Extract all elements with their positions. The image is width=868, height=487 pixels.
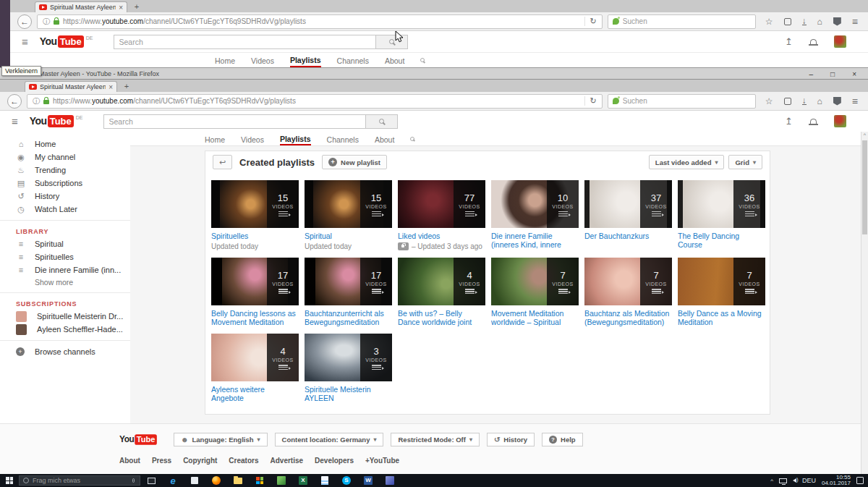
youtube-search-input[interactable] (103, 114, 365, 129)
playlist-thumbnail[interactable]: 37VIDEOS (584, 180, 672, 228)
pocket-icon[interactable] (784, 98, 791, 105)
channel-search-icon[interactable] (420, 58, 425, 62)
sort-dropdown[interactable]: Last video added ▾ (649, 155, 725, 169)
start-button[interactable] (0, 474, 19, 487)
browse-channels-link[interactable]: +Browse channels (0, 345, 130, 358)
pocket-icon[interactable] (784, 18, 791, 25)
upload-icon[interactable]: ↥ (785, 116, 793, 127)
download-icon[interactable]: ↓ (802, 97, 807, 105)
browser-search-input[interactable] (623, 17, 751, 25)
address-bar[interactable]: ⓘ https://www.youtube.com/channel/UCtw6Y… (27, 94, 603, 109)
new-tab-button[interactable]: + (127, 2, 146, 12)
footer-link-youtube[interactable]: +YouTube (365, 457, 399, 465)
playlist-title-link[interactable]: Belly Dancing lessons as Movement Medita… (211, 309, 299, 326)
playlist-thumbnail[interactable]: 36VIDEOS (678, 180, 765, 228)
network-icon[interactable] (779, 478, 787, 483)
taskbar-task-view-icon[interactable] (140, 474, 162, 487)
taskbar-firefox-icon[interactable] (205, 474, 227, 487)
keyboard-language[interactable]: DEU (802, 477, 816, 484)
browser-search-input[interactable] (623, 97, 751, 105)
tab-close-icon[interactable]: × (119, 4, 123, 12)
youtube-logo[interactable]: YouTubeDE (30, 115, 83, 127)
playlist-title-link[interactable]: Spiritual (305, 232, 392, 240)
playlist-thumbnail[interactable]: 7VIDEOS (491, 258, 579, 305)
sidebar-item-home[interactable]: ⌂Home (0, 137, 130, 151)
browser-search-field[interactable] (608, 94, 756, 109)
tray-expand-icon[interactable]: ^ (770, 478, 773, 484)
channel-tab-playlists[interactable]: Playlists (280, 132, 311, 145)
footer-button-content-location-germany[interactable]: Content location: Germany▾ (275, 433, 384, 446)
footer-button-help[interactable]: ?Help (542, 433, 583, 446)
page-scrollbar[interactable]: ^ (861, 132, 868, 474)
sidebar-item-trending[interactable]: ♨Trending (0, 164, 130, 177)
channel-tab-about[interactable]: About (375, 132, 394, 145)
footer-link-developers[interactable]: Developers (315, 457, 354, 465)
volume-icon[interactable] (793, 478, 796, 483)
browser-search-field[interactable] (608, 14, 756, 29)
sidebar-playlist-die-innere-familie-inn[interactable]: ≡Die innere Familie (inn... (0, 263, 130, 276)
tab-close-icon[interactable]: × (109, 83, 113, 91)
playlist-title-link[interactable]: Be with us? – Belly Dance worldwide join… (398, 309, 485, 326)
guide-hamburger-icon[interactable]: ≡ (22, 35, 28, 48)
taskbar-excel-icon[interactable]: X (292, 474, 314, 487)
reload-icon[interactable]: ↻ (584, 96, 597, 106)
bookmark-star-icon[interactable]: ☆ (765, 97, 773, 106)
youtube-logo[interactable]: YouTubeDE (40, 35, 93, 48)
page-info-icon[interactable]: ⓘ (43, 17, 50, 27)
channel-tab-channels[interactable]: Channels (337, 53, 369, 67)
playlist-title-link[interactable]: The Belly Dancing Course (678, 232, 765, 249)
guide-hamburger-icon[interactable]: ≡ (12, 115, 18, 127)
playlist-thumbnail[interactable]: 15VIDEOS (305, 180, 392, 228)
sidebar-item-my-channel[interactable]: ◉My channel (0, 151, 130, 164)
download-icon[interactable]: ↓ (802, 17, 807, 25)
taskbar-apps-icon[interactable] (249, 474, 271, 487)
taskbar-store-icon[interactable] (184, 474, 205, 487)
https-lock-icon[interactable] (43, 100, 49, 104)
channel-tab-channels[interactable]: Channels (327, 132, 359, 145)
channel-tab-home[interactable]: Home (215, 53, 235, 67)
channel-tab-playlists[interactable]: Playlists (290, 53, 321, 67)
menu-icon[interactable]: ≡ (852, 17, 858, 26)
menu-icon[interactable]: ≡ (852, 97, 858, 106)
https-lock-icon[interactable] (54, 20, 59, 25)
page-info-icon[interactable]: ⓘ (33, 96, 40, 106)
address-bar[interactable]: ⓘ https://www.youtube.com/channel/UCtw6Y… (37, 14, 603, 29)
channel-tab-videos[interactable]: Videos (241, 132, 264, 145)
playlist-title-link[interactable]: Liked videos (398, 232, 485, 240)
maximize-button[interactable]: □ (830, 70, 835, 78)
playlist-thumbnail[interactable]: 17VIDEOS (305, 258, 392, 305)
footer-youtube-logo[interactable]: YouTube (119, 434, 157, 444)
playlist-thumbnail[interactable]: 7VIDEOS (584, 258, 672, 305)
taskbar-word-icon[interactable]: W (357, 474, 379, 487)
cortana-search-input[interactable] (33, 477, 129, 484)
microphone-icon[interactable] (132, 478, 135, 483)
footer-button-restricted-mode-off[interactable]: Restricted Mode: Off▾ (391, 433, 479, 446)
footer-link-press[interactable]: Press (152, 457, 171, 465)
sidebar-playlist-spiritual[interactable]: ≡Spiritual (0, 237, 130, 250)
footer-link-about[interactable]: About (119, 457, 140, 465)
shield-icon[interactable] (833, 97, 841, 106)
account-avatar[interactable] (834, 35, 846, 48)
reload-icon[interactable]: ↻ (584, 17, 597, 26)
sidebar-item-history[interactable]: ↺History (0, 190, 130, 203)
upload-icon[interactable]: ↥ (785, 36, 793, 47)
playlist-thumbnail[interactable]: 15VIDEOS (211, 180, 299, 228)
notifications-bell-icon[interactable] (810, 119, 817, 124)
taskbar-skype-icon[interactable]: S (336, 474, 357, 487)
bookmark-star-icon[interactable]: ☆ (765, 17, 773, 26)
sidebar-playlist-spirituelles[interactable]: ≡Spirituelles (0, 250, 130, 263)
playlist-title-link[interactable]: Der Bauchtanzkurs (584, 232, 672, 240)
playlist-thumbnail[interactable]: 4VIDEOS (398, 258, 485, 305)
playlist-title-link[interactable]: Spirituelles (211, 232, 299, 240)
taskbar-file-explorer-icon[interactable] (227, 474, 249, 487)
channel-tab-about[interactable]: About (385, 53, 404, 67)
playlist-title-link[interactable]: Die innere Familie (inneres Kind, innere… (491, 232, 579, 249)
footer-link-creators[interactable]: Creators (229, 457, 258, 465)
back-button[interactable]: ← (17, 14, 32, 29)
footer-button-language-english[interactable]: ☻Language: English▾ (174, 433, 268, 446)
scroll-up-arrow[interactable]: ^ (861, 132, 868, 139)
playlist-title-link[interactable]: Movement Meditation worldwide – Spiritua… (491, 309, 579, 326)
footer-link-advertise[interactable]: Advertise (271, 457, 304, 465)
sidebar-subscription-spirituelle-meisterin-dr[interactable]: Spirituelle Meisterin Dr... (0, 310, 130, 323)
action-center-icon[interactable] (856, 477, 864, 484)
